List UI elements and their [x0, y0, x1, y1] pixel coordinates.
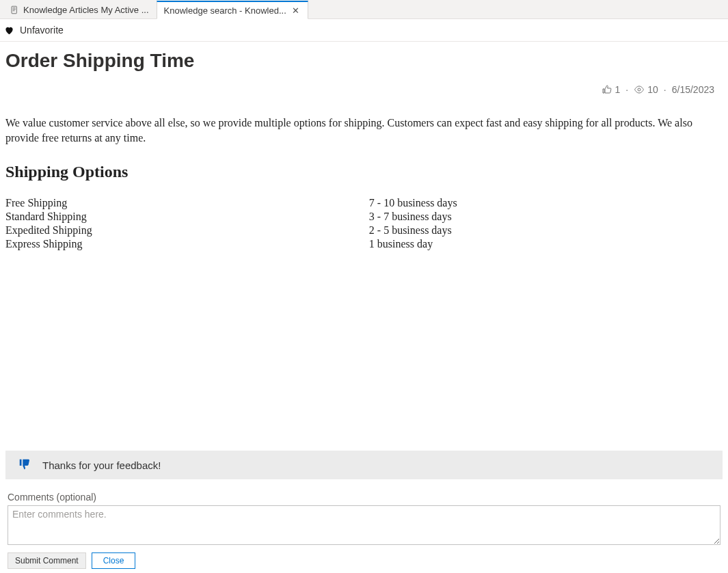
shipping-time: 3 - 7 business days [369, 210, 723, 224]
eye-icon [634, 84, 645, 95]
svg-rect-0 [12, 6, 16, 14]
shipping-time: 2 - 5 business days [369, 224, 723, 237]
close-icon[interactable]: ✕ [291, 5, 301, 16]
table-row: Standard Shipping3 - 7 business days [5, 210, 723, 224]
feedback-panel: Thanks for your feedback! Comments (opti… [5, 451, 723, 573]
tab-label: Knowledge search - Knowled... [164, 5, 286, 16]
tab-knowledge-search[interactable]: Knowledge search - Knowled... ✕ [157, 1, 308, 19]
shipping-time: 1 business day [369, 237, 723, 251]
comments-input[interactable] [8, 505, 720, 545]
unfavorite-button[interactable]: Unfavorite [20, 25, 64, 36]
tab-label: Knowledge Articles My Active ... [23, 5, 149, 15]
shipping-name: Express Shipping [5, 237, 369, 251]
toolbar: Unfavorite [0, 19, 728, 42]
thumbs-up-icon [602, 84, 612, 95]
tab-bar: Knowledge Articles My Active ... Knowled… [0, 0, 728, 19]
article-intro: We value customer service above all else… [5, 116, 723, 146]
views-count: 10 [634, 84, 658, 95]
feedback-bar: Thanks for your feedback! [5, 451, 723, 479]
shipping-name: Free Shipping [5, 196, 369, 210]
comments-label: Comments (optional) [8, 492, 723, 503]
button-row: Submit Comment Close [8, 552, 723, 569]
table-row: Expedited Shipping2 - 5 business days [5, 224, 723, 237]
feedback-thanks: Thanks for your feedback! [42, 459, 161, 471]
separator: · [625, 84, 628, 95]
shipping-name: Expedited Shipping [5, 224, 369, 237]
heart-icon [4, 25, 14, 36]
table-row: Free Shipping7 - 10 business days [5, 196, 723, 210]
table-row: Express Shipping1 business day [5, 237, 723, 251]
article-meta: 1 · 10 · 6/15/2023 [5, 84, 723, 95]
shipping-name: Standard Shipping [5, 210, 369, 224]
page-title: Order Shipping Time [5, 50, 723, 72]
thumbs-down-icon [18, 457, 33, 472]
article-content: Order Shipping Time 1 · 10 · 6/15/2023 W… [0, 42, 728, 573]
document-icon [10, 5, 19, 14]
article-date: 6/15/2023 [672, 84, 714, 95]
shipping-time: 7 - 10 business days [369, 196, 723, 210]
separator: · [664, 84, 666, 95]
section-heading: Shipping Options [5, 163, 723, 181]
tab-knowledge-articles[interactable]: Knowledge Articles My Active ... [3, 0, 157, 18]
submit-comment-button[interactable]: Submit Comment [8, 552, 86, 569]
svg-point-4 [638, 88, 641, 91]
likes-count: 1 [602, 84, 621, 95]
close-button[interactable]: Close [92, 552, 136, 569]
shipping-options-table: Free Shipping7 - 10 business daysStandar… [5, 196, 723, 251]
